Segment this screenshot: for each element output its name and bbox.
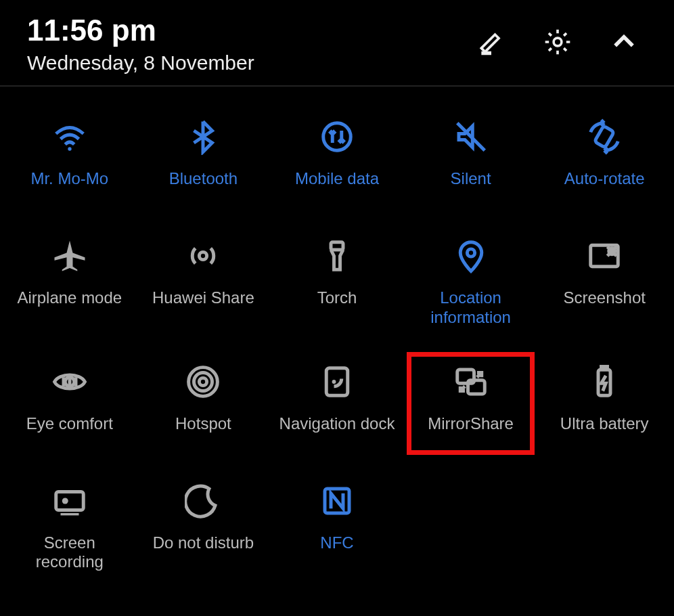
tile-label: Navigation dock [279, 414, 395, 434]
ultra-battery-icon [583, 360, 626, 403]
svg-point-0 [554, 38, 562, 46]
eye-comfort-icon [48, 360, 91, 403]
hotspot-icon [181, 360, 225, 403]
tile-wifi[interactable]: Mr. Mo-Mo [3, 111, 137, 206]
tile-silent[interactable]: Silent [404, 111, 538, 206]
tile-screen-rec[interactable]: Screen recording [3, 475, 137, 577]
tile-label: Mobile data [295, 169, 379, 189]
tile-airplane[interactable]: Airplane mode [3, 230, 137, 332]
tile-dnd[interactable]: Do not disturb [137, 475, 271, 577]
tile-label: Hotspot [175, 414, 231, 434]
huawei-share-icon [181, 234, 225, 278]
mirrorshare-icon [449, 360, 493, 403]
tile-label: Location information [410, 288, 532, 328]
tile-eye-comfort[interactable]: Eye comfort [3, 356, 137, 451]
tile-torch[interactable]: Torch [270, 230, 404, 332]
collapse-icon[interactable] [608, 26, 640, 58]
quick-settings-grid: Mr. Mo-MoBluetoothMobile dataSilentAuto-… [0, 87, 674, 576]
wifi-icon [48, 115, 91, 158]
tile-label: Airplane mode [17, 288, 122, 308]
tile-location[interactable]: Location information [404, 230, 538, 332]
tile-nav-dock[interactable]: Navigation dock [270, 356, 404, 451]
edit-icon[interactable] [475, 26, 508, 58]
dnd-icon [181, 479, 225, 523]
tile-label: Huawei Share [152, 288, 254, 308]
silent-icon [449, 115, 493, 158]
tile-label: Screenshot [563, 288, 645, 308]
tile-label: MirrorShare [428, 414, 514, 434]
airplane-icon [48, 234, 91, 278]
screen-rec-icon [48, 479, 91, 523]
tile-label: Torch [317, 288, 357, 308]
tile-label: NFC [320, 533, 353, 553]
header: 11:56 pm Wednesday, 8 November [0, 0, 674, 87]
tile-bluetooth[interactable]: Bluetooth [137, 111, 271, 206]
torch-icon [315, 234, 359, 278]
tile-label: Bluetooth [169, 169, 238, 189]
tile-huawei-share[interactable]: Huawei Share [137, 230, 271, 332]
tile-nfc[interactable]: NFC [270, 475, 404, 577]
tile-label: Ultra battery [560, 414, 649, 434]
tile-label: Mr. Mo-Mo [30, 169, 108, 189]
tile-hotspot[interactable]: Hotspot [137, 356, 271, 451]
tile-label: Auto-rotate [564, 169, 645, 189]
auto-rotate-icon [583, 115, 626, 158]
header-left: 11:56 pm Wednesday, 8 November [27, 14, 254, 74]
tile-mirrorshare[interactable]: MirrorShare [404, 356, 538, 451]
settings-icon[interactable] [541, 26, 574, 58]
tile-screenshot[interactable]: Screenshot [537, 230, 671, 332]
nav-dock-icon [315, 360, 359, 403]
tile-label: Silent [451, 169, 491, 189]
time-label: 11:56 pm [27, 14, 254, 47]
header-actions [475, 14, 647, 58]
mobile-data-icon [315, 115, 359, 158]
tile-mobile-data[interactable]: Mobile data [270, 111, 404, 206]
bluetooth-icon [181, 115, 225, 158]
location-icon [449, 234, 493, 278]
tile-auto-rotate[interactable]: Auto-rotate [537, 111, 671, 206]
date-label: Wednesday, 8 November [27, 51, 254, 74]
screenshot-icon [583, 234, 626, 278]
tile-label: Do not disturb [153, 533, 254, 553]
tile-label: Eye comfort [26, 414, 113, 434]
tile-ultra-battery[interactable]: Ultra battery [537, 356, 671, 451]
tile-label: Screen recording [9, 533, 131, 573]
nfc-icon [315, 479, 359, 523]
